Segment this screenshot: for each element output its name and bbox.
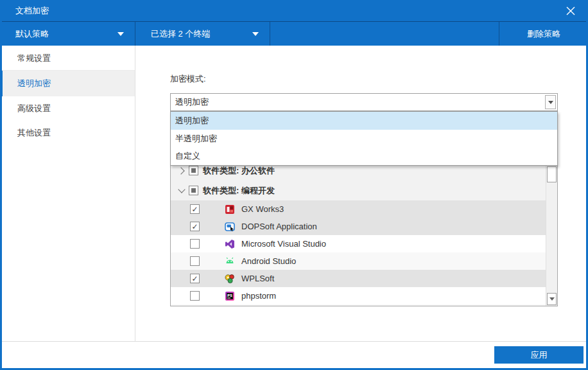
software-group-row[interactable]: 软件类型: 编程开发 [171, 181, 546, 200]
software-item-row[interactable]: ✓WPLSoft [171, 270, 546, 287]
dopsoft-icon [225, 222, 235, 232]
software-label: phpstorm [241, 291, 276, 301]
software-label: Android Studio [241, 256, 296, 266]
dropdown-option[interactable]: 自定义 [171, 147, 557, 165]
software-label: WPLSoft [241, 274, 274, 283]
close-button[interactable] [562, 3, 579, 19]
apply-button-label: 应用 [531, 349, 548, 361]
delete-policy-label: 删除策略 [527, 28, 560, 40]
check-mark: ✓ [191, 223, 198, 231]
scrollbar-down-button[interactable] [547, 293, 557, 305]
combobox-value: 透明加密 [175, 94, 209, 110]
toolbar-spacer [270, 22, 499, 46]
combobox-dropdown-button[interactable] [545, 95, 556, 109]
chevron-down-icon[interactable] [177, 186, 186, 195]
software-label: GX Works3 [241, 204, 284, 214]
group-label: 软件类型: 编程开发 [203, 185, 275, 197]
chevron-down-icon [549, 297, 555, 301]
close-icon [566, 6, 575, 15]
checkbox[interactable] [189, 166, 198, 175]
checkbox[interactable] [190, 291, 200, 301]
indeterminate-mark [191, 168, 196, 173]
terminal-dropdown[interactable]: 已选择 2 个终端 [135, 22, 270, 46]
sidebar-item[interactable]: 透明加密 [2, 71, 135, 96]
document-encryption-dialog: 文档加密 默认策略 已选择 2 个终端 删除策略 常规设置透明加密高级设置其他设… [0, 0, 588, 370]
encryption-mode-dropdown-list: 透明加密半透明加密自定义 [170, 111, 558, 166]
encryption-mode-label: 加密模式: [170, 73, 206, 85]
software-label: Microsoft Visual Studio [241, 239, 326, 249]
checkbox[interactable]: ✓ [190, 204, 200, 214]
checkbox[interactable]: ✓ [190, 274, 200, 283]
software-label: DOPSoft Application [241, 222, 317, 231]
indeterminate-mark [191, 188, 196, 193]
checkbox[interactable] [189, 186, 198, 195]
footer-divider [2, 341, 586, 342]
chevron-glyph [178, 186, 185, 193]
software-item-row[interactable]: Microsoft Visual Studio [171, 235, 546, 252]
phpstorm-icon: PS [225, 291, 235, 301]
chevron-down-icon [548, 101, 553, 104]
checkbox[interactable] [190, 239, 200, 249]
android-icon [225, 256, 235, 267]
policy-dropdown-label: 默认策略 [0, 28, 49, 40]
chevron-right-icon[interactable] [177, 166, 186, 175]
chevron-glyph [177, 167, 184, 174]
check-mark: ✓ [191, 206, 198, 213]
apply-button[interactable]: 应用 [494, 346, 584, 364]
chevron-down-icon [252, 32, 259, 36]
dropdown-option[interactable]: 透明加密 [171, 112, 557, 130]
group-label: 软件类型: 办公软件 [203, 165, 275, 177]
software-item-row[interactable]: ✓DOPSoft Application [171, 218, 546, 235]
chevron-down-icon [117, 32, 124, 36]
sidebar-item[interactable]: 其他设置 [2, 121, 135, 145]
software-item-row[interactable]: EditPlus [171, 304, 546, 306]
settings-sidebar: 常规设置透明加密高级设置其他设置 [2, 46, 135, 341]
sidebar-item[interactable]: 常规设置 [2, 46, 135, 71]
checkbox[interactable]: ✓ [190, 222, 200, 231]
wplsoft-icon [225, 274, 235, 284]
window-title: 文档加密 [15, 0, 49, 21]
checkbox[interactable] [190, 256, 200, 266]
delete-policy-button[interactable]: 删除策略 [499, 22, 588, 46]
svg-text:PS: PS [227, 294, 232, 297]
encryption-mode-combobox[interactable]: 透明加密 [170, 93, 558, 111]
toolbar: 默认策略 已选择 2 个终端 删除策略 [0, 21, 588, 46]
gx-works3-icon [225, 204, 235, 215]
vertical-scrollbar[interactable] [546, 161, 557, 306]
sidebar-item[interactable]: 高级设置 [2, 96, 135, 121]
software-list: 软件类型: 办公软件软件类型: 编程开发✓GX Works3✓DOPSoft A… [170, 160, 558, 306]
software-item-row[interactable]: ✓GX Works3 [171, 200, 546, 218]
title-bar: 文档加密 [0, 0, 588, 21]
software-item-row[interactable]: Android Studio [171, 252, 546, 270]
scrollbar-thumb[interactable] [547, 166, 557, 182]
visual-studio-icon [225, 239, 235, 249]
terminal-dropdown-label: 已选择 2 个终端 [135, 28, 210, 40]
check-mark: ✓ [191, 275, 198, 283]
policy-dropdown[interactable]: 默认策略 [0, 22, 135, 46]
dropdown-option[interactable]: 半透明加密 [171, 130, 557, 148]
software-item-row[interactable]: PSphpstorm [171, 287, 546, 304]
